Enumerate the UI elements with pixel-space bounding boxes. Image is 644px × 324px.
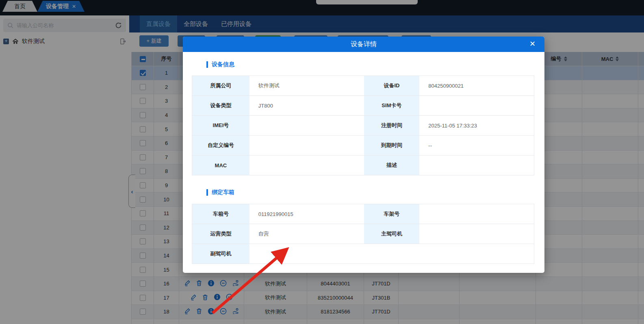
field-label: 注册时间 <box>364 116 420 135</box>
field-label: 车架号 <box>364 204 420 224</box>
modal-close-icon[interactable]: ✕ <box>529 39 536 48</box>
field-value <box>419 204 534 224</box>
field-label: IMEI号 <box>192 116 249 135</box>
field-label: 设备类型 <box>192 96 249 115</box>
field-row: 副驾司机 <box>192 244 534 264</box>
app-window: 首页 设备管理 ✕ + 软件测试 <box>0 0 644 324</box>
field-label: 副驾司机 <box>192 244 249 264</box>
field-label: MAC <box>192 156 249 175</box>
field-value <box>249 156 364 175</box>
modal-header: 设备详情 ✕ <box>183 37 544 52</box>
field-value: 自营 <box>249 224 364 244</box>
field-value <box>249 244 534 264</box>
field-value: 011921990015 <box>249 204 364 224</box>
field-label: 设备ID <box>364 76 420 95</box>
modal-title: 设备详情 <box>351 40 377 49</box>
field-value <box>419 156 534 175</box>
field-label: 所属公司 <box>192 76 249 95</box>
field-row: 车箱号011921990015车架号 <box>192 204 534 224</box>
field-row: IMEI号注册时间2025-11-05 17:33:23 <box>192 116 534 136</box>
section-bound-vehicle-title: 绑定车箱 <box>206 189 234 196</box>
field-row: 所属公司软件测试设备ID804250900021 <box>192 76 534 96</box>
field-label: 描述 <box>364 156 420 175</box>
field-value <box>249 116 364 135</box>
field-value: 804250900021 <box>419 76 534 95</box>
field-row: 自定义编号到期时间-- <box>192 136 534 156</box>
field-label: 到期时间 <box>364 136 420 155</box>
field-value <box>419 224 534 244</box>
field-label: 运营类型 <box>192 224 249 244</box>
field-label: 主驾司机 <box>364 224 420 244</box>
field-label: 自定义编号 <box>192 136 249 155</box>
section-bar <box>206 189 208 196</box>
field-value <box>249 136 364 155</box>
field-row: 运营类型自营主驾司机 <box>192 224 534 244</box>
field-value: -- <box>419 136 534 155</box>
section-device-info-title: 设备信息 <box>206 61 234 68</box>
device-info-grid: 所属公司软件测试设备ID804250900021设备类型JT800SIM卡号IM… <box>192 76 534 175</box>
bound-vehicle-grid: 车箱号011921990015车架号运营类型自营主驾司机副驾司机 <box>192 204 534 264</box>
device-detail-modal: 设备详情 ✕ 设备信息 所属公司软件测试设备ID804250900021设备类型… <box>183 37 544 273</box>
section-bar <box>206 61 208 68</box>
field-value <box>419 96 534 115</box>
field-value: 2025-11-05 17:33:23 <box>419 116 534 135</box>
field-value: 软件测试 <box>249 76 364 95</box>
field-row: 设备类型JT800SIM卡号 <box>192 96 534 116</box>
field-label: SIM卡号 <box>364 96 420 115</box>
field-value: JT800 <box>249 96 364 115</box>
field-label: 车箱号 <box>192 204 249 224</box>
field-row: MAC描述 <box>192 156 534 175</box>
